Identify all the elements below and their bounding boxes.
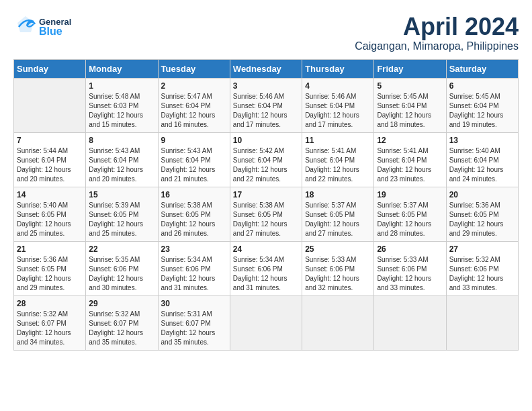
day-info: Sunrise: 5:33 AMSunset: 6:06 PMDaylight:… xyxy=(305,255,371,293)
calendar-cell: 24Sunrise: 5:34 AMSunset: 6:06 PMDayligh… xyxy=(230,241,302,295)
calendar-cell xyxy=(374,295,446,350)
day-info: Sunrise: 5:35 AMSunset: 6:06 PMDaylight:… xyxy=(89,255,154,293)
calendar-cell: 4Sunrise: 5:46 AMSunset: 6:04 PMDaylight… xyxy=(302,78,374,132)
day-number: 6 xyxy=(449,81,515,91)
day-info: Sunrise: 5:41 AMSunset: 6:04 PMDaylight:… xyxy=(377,146,443,184)
day-info: Sunrise: 5:36 AMSunset: 6:05 PMDaylight:… xyxy=(17,255,83,293)
logo: General Blue xyxy=(13,13,71,40)
calendar-cell: 20Sunrise: 5:36 AMSunset: 6:05 PMDayligh… xyxy=(446,187,518,241)
day-info: Sunrise: 5:32 AMSunset: 6:07 PMDaylight:… xyxy=(89,310,154,347)
calendar-cell: 7Sunrise: 5:44 AMSunset: 6:04 PMDaylight… xyxy=(14,132,86,187)
calendar-cell: 18Sunrise: 5:37 AMSunset: 6:05 PMDayligh… xyxy=(302,187,374,241)
day-info: Sunrise: 5:38 AMSunset: 6:05 PMDaylight:… xyxy=(161,201,227,238)
day-number: 14 xyxy=(17,190,83,199)
day-number: 15 xyxy=(89,190,154,199)
day-number: 27 xyxy=(449,244,515,254)
weekday-header-friday: Friday xyxy=(374,59,446,78)
day-number: 12 xyxy=(377,136,443,145)
day-info: Sunrise: 5:45 AMSunset: 6:04 PMDaylight:… xyxy=(377,92,443,130)
day-number: 18 xyxy=(305,190,371,199)
day-info: Sunrise: 5:34 AMSunset: 6:06 PMDaylight:… xyxy=(233,255,299,293)
day-info: Sunrise: 5:45 AMSunset: 6:04 PMDaylight:… xyxy=(449,92,515,130)
day-info: Sunrise: 5:46 AMSunset: 6:04 PMDaylight:… xyxy=(305,92,371,130)
day-info: Sunrise: 5:39 AMSunset: 6:05 PMDaylight:… xyxy=(89,201,154,238)
calendar-cell: 2Sunrise: 5:47 AMSunset: 6:04 PMDaylight… xyxy=(158,78,230,132)
calendar-week-row: 1Sunrise: 5:48 AMSunset: 6:03 PMDaylight… xyxy=(14,78,519,132)
day-number: 3 xyxy=(233,81,299,91)
calendar-cell xyxy=(230,295,302,350)
day-info: Sunrise: 5:37 AMSunset: 6:05 PMDaylight:… xyxy=(305,201,371,238)
day-number: 29 xyxy=(89,299,154,308)
day-info: Sunrise: 5:32 AMSunset: 6:07 PMDaylight:… xyxy=(17,310,83,347)
calendar-cell xyxy=(14,78,86,132)
calendar-cell: 8Sunrise: 5:43 AMSunset: 6:04 PMDaylight… xyxy=(86,132,158,187)
calendar-cell: 28Sunrise: 5:32 AMSunset: 6:07 PMDayligh… xyxy=(14,295,86,350)
day-number: 30 xyxy=(161,299,227,308)
day-number: 23 xyxy=(161,244,227,254)
calendar-cell: 12Sunrise: 5:41 AMSunset: 6:04 PMDayligh… xyxy=(374,132,446,187)
day-info: Sunrise: 5:38 AMSunset: 6:05 PMDaylight:… xyxy=(233,201,299,238)
month-title: April 2024 xyxy=(355,13,519,40)
calendar-cell: 5Sunrise: 5:45 AMSunset: 6:04 PMDaylight… xyxy=(374,78,446,132)
calendar-cell: 14Sunrise: 5:40 AMSunset: 6:05 PMDayligh… xyxy=(14,187,86,241)
calendar-cell: 23Sunrise: 5:34 AMSunset: 6:06 PMDayligh… xyxy=(158,241,230,295)
day-info: Sunrise: 5:34 AMSunset: 6:06 PMDaylight:… xyxy=(161,255,227,293)
day-info: Sunrise: 5:41 AMSunset: 6:04 PMDaylight:… xyxy=(305,146,371,184)
day-number: 24 xyxy=(233,244,299,254)
day-info: Sunrise: 5:43 AMSunset: 6:04 PMDaylight:… xyxy=(89,146,154,184)
day-info: Sunrise: 5:36 AMSunset: 6:05 PMDaylight:… xyxy=(449,201,515,238)
calendar-cell: 10Sunrise: 5:42 AMSunset: 6:04 PMDayligh… xyxy=(230,132,302,187)
calendar-week-row: 14Sunrise: 5:40 AMSunset: 6:05 PMDayligh… xyxy=(14,187,519,241)
day-number: 20 xyxy=(449,190,515,199)
day-info: Sunrise: 5:46 AMSunset: 6:04 PMDaylight:… xyxy=(233,92,299,130)
day-info: Sunrise: 5:40 AMSunset: 6:05 PMDaylight:… xyxy=(17,201,83,238)
calendar-cell: 6Sunrise: 5:45 AMSunset: 6:04 PMDaylight… xyxy=(446,78,518,132)
day-number: 2 xyxy=(161,81,227,91)
day-info: Sunrise: 5:33 AMSunset: 6:06 PMDaylight:… xyxy=(377,255,443,293)
calendar-cell: 9Sunrise: 5:43 AMSunset: 6:04 PMDaylight… xyxy=(158,132,230,187)
weekday-header-saturday: Saturday xyxy=(446,59,518,78)
day-number: 26 xyxy=(377,244,443,254)
calendar-cell: 26Sunrise: 5:33 AMSunset: 6:06 PMDayligh… xyxy=(374,241,446,295)
calendar-cell: 27Sunrise: 5:32 AMSunset: 6:06 PMDayligh… xyxy=(446,241,518,295)
day-number: 1 xyxy=(89,81,154,91)
weekday-header-tuesday: Tuesday xyxy=(158,59,230,78)
day-number: 11 xyxy=(305,136,371,145)
calendar-week-row: 21Sunrise: 5:36 AMSunset: 6:05 PMDayligh… xyxy=(14,241,519,295)
day-number: 21 xyxy=(17,244,83,254)
day-number: 8 xyxy=(89,136,154,145)
calendar-cell: 17Sunrise: 5:38 AMSunset: 6:05 PMDayligh… xyxy=(230,187,302,241)
day-info: Sunrise: 5:43 AMSunset: 6:04 PMDaylight:… xyxy=(161,146,227,184)
day-number: 17 xyxy=(233,190,299,199)
day-info: Sunrise: 5:47 AMSunset: 6:04 PMDaylight:… xyxy=(161,92,227,130)
title-area: April 2024 Caigangan, Mimaropa, Philippi… xyxy=(355,13,519,52)
day-number: 7 xyxy=(17,136,83,145)
calendar-cell: 25Sunrise: 5:33 AMSunset: 6:06 PMDayligh… xyxy=(302,241,374,295)
day-info: Sunrise: 5:32 AMSunset: 6:06 PMDaylight:… xyxy=(449,255,515,293)
day-number: 4 xyxy=(305,81,371,91)
weekday-header-wednesday: Wednesday xyxy=(230,59,302,78)
day-info: Sunrise: 5:31 AMSunset: 6:07 PMDaylight:… xyxy=(161,310,227,347)
day-number: 25 xyxy=(305,244,371,254)
calendar-table: SundayMondayTuesdayWednesdayThursdayFrid… xyxy=(13,59,519,351)
calendar-cell: 29Sunrise: 5:32 AMSunset: 6:07 PMDayligh… xyxy=(86,295,158,350)
page-header: General Blue April 2024 Caigangan, Mimar… xyxy=(13,13,519,52)
day-info: Sunrise: 5:44 AMSunset: 6:04 PMDaylight:… xyxy=(17,146,83,184)
day-number: 28 xyxy=(17,299,83,308)
calendar-cell: 1Sunrise: 5:48 AMSunset: 6:03 PMDaylight… xyxy=(86,78,158,132)
location-title: Caigangan, Mimaropa, Philippines xyxy=(355,40,519,52)
day-number: 10 xyxy=(233,136,299,145)
calendar-cell: 22Sunrise: 5:35 AMSunset: 6:06 PMDayligh… xyxy=(86,241,158,295)
calendar-week-row: 7Sunrise: 5:44 AMSunset: 6:04 PMDaylight… xyxy=(14,132,519,187)
calendar-cell xyxy=(446,295,518,350)
logo-icon xyxy=(13,13,38,40)
day-info: Sunrise: 5:48 AMSunset: 6:03 PMDaylight:… xyxy=(89,92,154,130)
calendar-cell: 11Sunrise: 5:41 AMSunset: 6:04 PMDayligh… xyxy=(302,132,374,187)
day-number: 13 xyxy=(449,136,515,145)
calendar-cell xyxy=(302,295,374,350)
calendar-cell: 21Sunrise: 5:36 AMSunset: 6:05 PMDayligh… xyxy=(14,241,86,295)
calendar-cell: 19Sunrise: 5:37 AMSunset: 6:05 PMDayligh… xyxy=(374,187,446,241)
logo-text: General Blue xyxy=(39,17,71,37)
calendar-cell: 13Sunrise: 5:40 AMSunset: 6:04 PMDayligh… xyxy=(446,132,518,187)
day-info: Sunrise: 5:40 AMSunset: 6:04 PMDaylight:… xyxy=(449,146,515,184)
